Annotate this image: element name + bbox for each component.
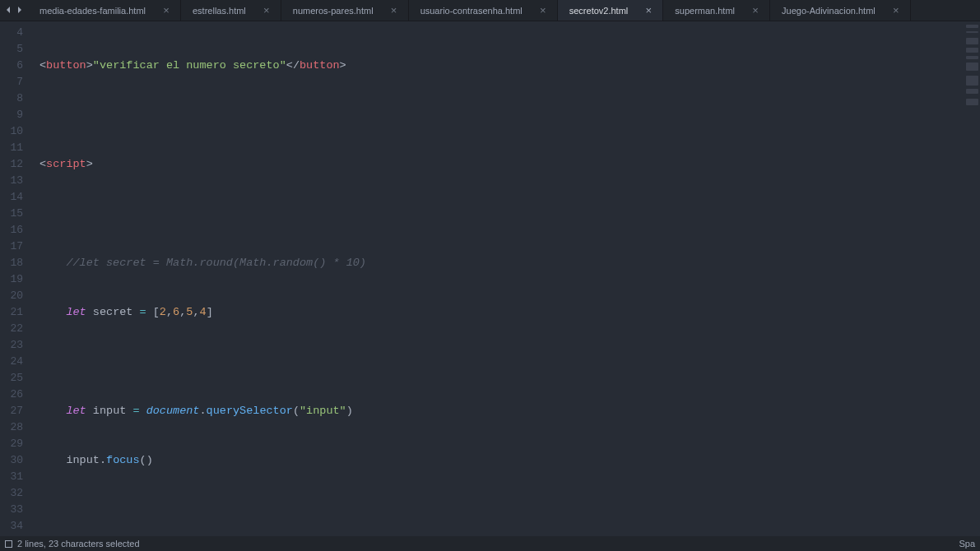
minimap[interactable] xyxy=(964,21,980,536)
tab-next-icon[interactable] xyxy=(15,6,23,16)
tab-0[interactable]: media-edades-familia.html× xyxy=(28,0,181,21)
line-number: 33 xyxy=(0,502,33,518)
line-number: 28 xyxy=(0,419,33,436)
line-number: 5 xyxy=(0,41,33,58)
line-number: 22 xyxy=(0,321,33,337)
line-number: 27 xyxy=(0,403,33,419)
line-number: 16 xyxy=(0,222,33,238)
editor-area: 4567891011121314151617181920212223242526… xyxy=(0,21,980,536)
line-number: 34 xyxy=(0,518,33,535)
line-number: 11 xyxy=(0,140,33,156)
line-number: 29 xyxy=(0,436,33,452)
tab-1[interactable]: estrellas.html× xyxy=(181,0,281,21)
close-icon[interactable]: × xyxy=(537,5,549,16)
line-number: 19 xyxy=(0,271,33,288)
tab-bar: media-edades-familia.html×estrellas.html… xyxy=(0,0,980,21)
code-area[interactable]: <button>"verificar el numero secreto"</b… xyxy=(33,21,964,536)
line-number: 8 xyxy=(0,90,33,107)
close-icon[interactable]: × xyxy=(890,5,902,16)
close-icon[interactable]: × xyxy=(160,5,172,16)
line-number: 23 xyxy=(0,337,33,354)
line-number: 18 xyxy=(0,255,33,271)
line-number: 9 xyxy=(0,107,33,123)
line-number-gutter: 4567891011121314151617181920212223242526… xyxy=(0,21,33,536)
line-number: 4 xyxy=(0,25,33,41)
tab-4[interactable]: secretov2.html× xyxy=(558,0,664,21)
tab-label: media-edades-familia.html xyxy=(39,6,146,16)
line-number: 7 xyxy=(0,74,33,90)
tabs-container: media-edades-familia.html×estrellas.html… xyxy=(28,0,980,21)
tab-6[interactable]: Juego-Adivinacion.html× xyxy=(770,0,911,21)
line-number: 13 xyxy=(0,173,33,189)
line-number: 30 xyxy=(0,452,33,469)
line-number: 24 xyxy=(0,354,33,370)
line-number: 21 xyxy=(0,304,33,321)
tab-2[interactable]: numeros-pares.html× xyxy=(281,0,409,21)
line-number: 15 xyxy=(0,206,33,222)
close-icon[interactable]: × xyxy=(388,5,400,16)
status-right: Spa xyxy=(959,539,975,549)
tab-nav-arrows xyxy=(0,0,28,21)
line-number: 10 xyxy=(0,123,33,140)
line-number: 14 xyxy=(0,189,33,206)
line-number: 12 xyxy=(0,156,33,173)
tab-label: superman.html xyxy=(675,6,735,16)
close-icon[interactable]: × xyxy=(750,5,761,16)
tab-label: usuario-contrasenha.html xyxy=(420,6,523,16)
line-number: 25 xyxy=(0,370,33,387)
tab-5[interactable]: superman.html× xyxy=(663,0,770,21)
tab-label: secretov2.html xyxy=(569,6,629,16)
status-bar: 2 lines, 23 characters selected Spa xyxy=(0,536,980,551)
line-number: 31 xyxy=(0,469,33,485)
line-number: 20 xyxy=(0,288,33,304)
line-number: 6 xyxy=(0,58,33,74)
tab-3[interactable]: usuario-contrasenha.html× xyxy=(409,0,558,21)
line-number: 32 xyxy=(0,485,33,502)
tab-prev-icon[interactable] xyxy=(5,6,13,16)
tab-label: estrellas.html xyxy=(193,6,246,16)
close-icon[interactable]: × xyxy=(261,5,272,16)
tab-label: Juego-Adivinacion.html xyxy=(782,6,875,16)
tab-label: numeros-pares.html xyxy=(293,6,374,16)
close-icon[interactable]: × xyxy=(643,5,654,16)
line-number: 17 xyxy=(0,238,33,255)
status-selection: 2 lines, 23 characters selected xyxy=(17,539,140,549)
status-icon xyxy=(5,540,12,548)
line-number: 26 xyxy=(0,387,33,403)
